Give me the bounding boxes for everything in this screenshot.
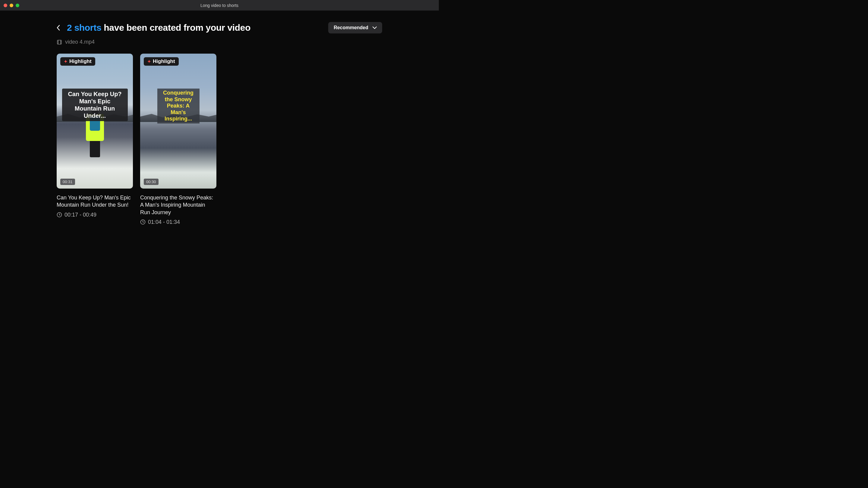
window-title: Long video to shorts — [200, 3, 239, 8]
close-window-button[interactable] — [4, 4, 7, 7]
minimize-window-button[interactable] — [10, 4, 13, 7]
highlight-badge: ✦ Highlight — [144, 57, 179, 66]
source-file-row: video 4.mp4 — [0, 39, 439, 45]
header-left: 2 shorts have been created from your vid… — [57, 23, 250, 33]
short-card: ✦ Highlight Can You Keep Up? Man's Epic … — [57, 54, 133, 225]
clock-icon — [140, 219, 146, 225]
shorts-grid: ✦ Highlight Can You Keep Up? Man's Epic … — [0, 54, 439, 225]
short-title: Conquering the Snowy Peaks: A Man's Insp… — [140, 194, 216, 216]
time-range: 00:17 - 00:49 — [57, 212, 133, 218]
chevron-down-icon — [373, 27, 377, 29]
sort-dropdown[interactable]: Recommended — [328, 22, 382, 33]
highlight-badge-label: Highlight — [153, 59, 175, 64]
header-row: 2 shorts have been created from your vid… — [0, 22, 439, 33]
sparkle-icon: ✦ — [147, 59, 151, 64]
main-content: 2 shorts have been created from your vid… — [0, 10, 439, 225]
duration-badge: 00:30 — [144, 178, 158, 185]
source-filename: video 4.mp4 — [65, 39, 95, 45]
short-thumbnail[interactable]: ✦ Highlight Conquering the Snowy Peaks: … — [140, 54, 216, 189]
page-title-rest: have been created from your video — [101, 23, 250, 33]
highlight-badge-label: Highlight — [69, 59, 92, 64]
clock-icon — [57, 212, 62, 218]
svg-rect-0 — [57, 40, 61, 44]
shorts-count: 2 shorts — [67, 23, 101, 33]
sparkle-icon: ✦ — [64, 59, 67, 64]
titlebar: Long video to shorts — [0, 0, 439, 10]
time-range: 01:04 - 01:34 — [140, 219, 216, 225]
chevron-left-icon — [57, 25, 60, 31]
maximize-window-button[interactable] — [16, 4, 19, 7]
film-icon — [57, 39, 62, 45]
highlight-badge: ✦ Highlight — [60, 57, 95, 66]
short-thumbnail[interactable]: ✦ Highlight Can You Keep Up? Man's Epic … — [57, 54, 133, 189]
time-range-text: 01:04 - 01:34 — [148, 219, 180, 225]
back-button[interactable] — [57, 25, 60, 31]
short-title: Can You Keep Up? Man's Epic Mountain Run… — [57, 194, 133, 209]
time-range-text: 00:17 - 00:49 — [64, 212, 96, 218]
duration-badge: 00:31 — [60, 178, 75, 185]
sort-label: Recommended — [334, 25, 368, 30]
thumbnail-overlay-title: Can You Keep Up? Man's Epic Mountain Run… — [62, 89, 128, 121]
short-card: ✦ Highlight Conquering the Snowy Peaks: … — [140, 54, 216, 225]
window-controls — [4, 4, 19, 7]
page-title: 2 shorts have been created from your vid… — [67, 23, 250, 33]
thumbnail-overlay-title: Conquering the Snowy Peaks: A Man's Insp… — [157, 89, 199, 124]
